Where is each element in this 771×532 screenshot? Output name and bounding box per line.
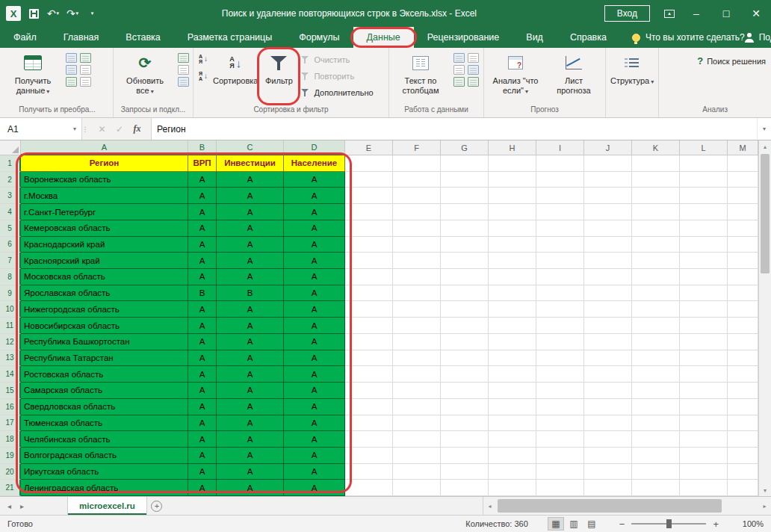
cell-B15[interactable]: A xyxy=(188,383,217,399)
from-web-icon[interactable] xyxy=(66,65,77,75)
cell-B4[interactable]: A xyxy=(188,204,217,220)
cell-B10[interactable]: A xyxy=(188,301,217,318)
undo-button[interactable]: ↶▾ xyxy=(43,3,63,24)
tab-insert[interactable]: Вставка xyxy=(112,27,173,48)
zoom-in-button[interactable]: + xyxy=(713,519,719,530)
cell-I16[interactable] xyxy=(536,399,584,415)
cell-I12[interactable] xyxy=(536,334,584,350)
cell-I14[interactable] xyxy=(536,366,584,383)
cell-C8[interactable]: A xyxy=(217,269,284,285)
cell-C15[interactable]: A xyxy=(217,383,284,399)
cell-J1[interactable] xyxy=(584,155,632,172)
cell-J21[interactable] xyxy=(584,480,632,496)
cell-H16[interactable] xyxy=(489,399,536,415)
cell-K12[interactable] xyxy=(632,334,680,350)
share-button[interactable]: Поделиться xyxy=(745,27,771,48)
cell-M20[interactable] xyxy=(728,464,758,480)
cell-F3[interactable] xyxy=(393,188,441,204)
cell-M14[interactable] xyxy=(728,366,758,383)
cell-A5[interactable]: Кемеровская область xyxy=(21,220,188,237)
cell-B11[interactable]: A xyxy=(188,318,217,334)
insert-function-button[interactable]: fx xyxy=(134,123,141,134)
cell-K19[interactable] xyxy=(632,448,680,464)
sheet-nav-right-icon[interactable]: ▸ xyxy=(20,502,24,510)
cell-D20[interactable]: A xyxy=(284,464,345,480)
cell-D19[interactable]: A xyxy=(284,448,345,464)
cell-L1[interactable] xyxy=(680,155,728,172)
row-header-9[interactable]: 9 xyxy=(0,285,21,302)
cell-B1[interactable]: ВРП xyxy=(188,155,217,172)
new-sheet-button[interactable]: + xyxy=(147,497,167,515)
tab-help[interactable]: Справка xyxy=(557,27,620,48)
cell-J4[interactable] xyxy=(584,204,632,220)
manage-data-model-icon[interactable] xyxy=(468,77,479,87)
column-header-K[interactable]: K xyxy=(632,140,680,155)
column-header-H[interactable]: H xyxy=(489,140,536,155)
cell-D10[interactable]: A xyxy=(284,301,345,318)
cell-C12[interactable]: A xyxy=(217,334,284,350)
cell-A9[interactable]: Ярославская область xyxy=(21,285,188,302)
cell-K11[interactable] xyxy=(632,318,680,334)
cell-J7[interactable] xyxy=(584,253,632,269)
get-data-button[interactable]: Получить данные▾ xyxy=(4,49,62,104)
cell-E18[interactable] xyxy=(345,431,393,448)
cell-G11[interactable] xyxy=(441,318,489,334)
cell-K10[interactable] xyxy=(632,301,680,318)
from-table-icon[interactable] xyxy=(80,53,91,63)
cell-M10[interactable] xyxy=(728,301,758,318)
cell-K17[interactable] xyxy=(632,415,680,432)
cell-B14[interactable]: A xyxy=(188,366,217,383)
from-text-csv-icon[interactable] xyxy=(66,53,77,63)
cell-G15[interactable] xyxy=(441,383,489,399)
cell-C19[interactable]: A xyxy=(217,448,284,464)
cell-M1[interactable] xyxy=(728,155,758,172)
cell-H8[interactable] xyxy=(489,269,536,285)
cell-M7[interactable] xyxy=(728,253,758,269)
cell-H3[interactable] xyxy=(489,188,536,204)
cell-G9[interactable] xyxy=(441,285,489,302)
cell-A13[interactable]: Республика Татарстан xyxy=(21,350,188,367)
cell-A8[interactable]: Московская область xyxy=(21,269,188,285)
cell-I18[interactable] xyxy=(536,431,584,448)
cell-L9[interactable] xyxy=(680,285,728,302)
cell-J8[interactable] xyxy=(584,269,632,285)
cell-E1[interactable] xyxy=(345,155,393,172)
cell-H5[interactable] xyxy=(489,220,536,237)
cell-E19[interactable] xyxy=(345,448,393,464)
cell-D2[interactable]: A xyxy=(284,172,345,188)
cell-C10[interactable]: A xyxy=(217,301,284,318)
cell-C4[interactable]: A xyxy=(217,204,284,220)
cell-K5[interactable] xyxy=(632,220,680,237)
cell-M15[interactable] xyxy=(728,383,758,399)
cell-C7[interactable]: A xyxy=(217,253,284,269)
cell-J14[interactable] xyxy=(584,366,632,383)
cell-G7[interactable] xyxy=(441,253,489,269)
cell-M3[interactable] xyxy=(728,188,758,204)
cell-K18[interactable] xyxy=(632,431,680,448)
cell-G13[interactable] xyxy=(441,350,489,367)
cell-J6[interactable] xyxy=(584,237,632,253)
cell-D15[interactable]: A xyxy=(284,383,345,399)
cell-L8[interactable] xyxy=(680,269,728,285)
sheet-tab-microexcel[interactable]: microexcel.ru xyxy=(67,497,147,515)
cell-L18[interactable] xyxy=(680,431,728,448)
cell-M17[interactable] xyxy=(728,415,758,432)
row-header-14[interactable]: 14 xyxy=(0,366,21,383)
cell-M9[interactable] xyxy=(728,285,758,302)
outline-button[interactable]: Структура▾ xyxy=(608,49,656,104)
cell-L11[interactable] xyxy=(680,318,728,334)
row-header-17[interactable]: 17 xyxy=(0,415,21,432)
cell-H4[interactable] xyxy=(489,204,536,220)
cell-J13[interactable] xyxy=(584,350,632,367)
cell-E13[interactable] xyxy=(345,350,393,367)
cell-J18[interactable] xyxy=(584,431,632,448)
cell-F5[interactable] xyxy=(393,220,441,237)
cell-L15[interactable] xyxy=(680,383,728,399)
column-header-G[interactable]: G xyxy=(441,140,489,155)
cell-H11[interactable] xyxy=(489,318,536,334)
cell-F6[interactable] xyxy=(393,237,441,253)
sign-in-button[interactable]: Вход xyxy=(604,5,650,22)
cell-I15[interactable] xyxy=(536,383,584,399)
cell-B17[interactable]: A xyxy=(188,415,217,432)
cell-M13[interactable] xyxy=(728,350,758,367)
